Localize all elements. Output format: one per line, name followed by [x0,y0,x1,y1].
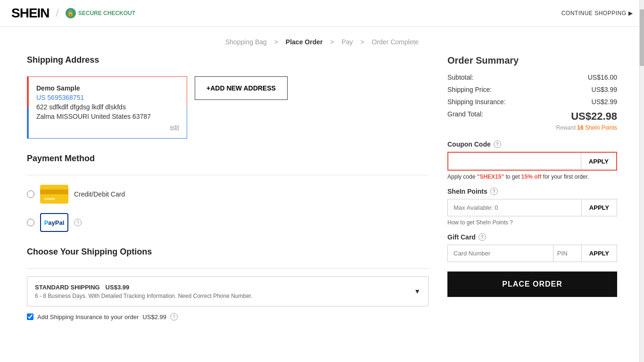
insurance-price: US$2.99 [142,313,166,321]
breadcrumb-step2: Place Order [286,38,323,46]
shein-points-label: SheIn Points ? [447,188,617,195]
shein-points-apply-button[interactable]: APPLY [581,199,617,216]
shipping-address-title: Shipping Address [27,55,429,69]
insurance-help-icon[interactable]: ? [170,313,178,321]
address-street: 622 sdfkdlf dfgdsg lkdlf dlskfds [36,103,179,111]
gift-card-input-row: APPLY [447,245,617,262]
address-edit-link[interactable]: edit [36,124,179,131]
shield-icon: 🔒 [66,8,76,18]
reward-points: 16 [577,124,583,131]
shein-points-input[interactable] [448,199,581,216]
paypal-help-icon[interactable]: ? [74,219,82,226]
credit-card-icon [40,185,68,204]
shipping-option-left: STANDARD SHIPPING US$3.99 6 - 8 Business… [35,283,253,299]
shipping-description: 6 - 8 Business Days. With Detailed Track… [35,293,253,299]
address-name: Demo Sample [36,84,179,92]
gift-card-label: Gift Card ? [447,233,617,241]
shipping-price-value: US$3.99 [592,86,617,93]
reward-row: Reward 16 SheIn Points [447,124,617,131]
shein-points-help-icon[interactable]: ? [490,188,498,195]
payment-method-title: Payment Method [27,154,429,167]
paypal-icon: PayPal [40,213,68,232]
gift-card-number-input[interactable] [448,245,553,262]
left-panel: Shipping Address Demo Sample US 56953687… [27,55,429,332]
scrollbar-thumb[interactable] [640,9,644,66]
credit-card-option[interactable]: Credit/Debit Card [27,185,429,204]
grand-total-label: Grand Total: [447,110,483,123]
header-left: SHEIN / 🔒 SECURE CHECKOUT [11,6,135,21]
secure-checkout-label: SECURE CHECKOUT [78,10,135,16]
add-address-button[interactable]: +ADD NEW ADDRESS [195,76,288,100]
grand-total-value: US$22.98 [571,110,617,123]
coupon-discount: 15% off [521,173,542,180]
subtotal-row: Subtotal: US$16.00 [447,74,617,81]
coupon-label: Coupon Code ? [447,140,617,148]
place-order-button[interactable]: PLACE ORDER [447,272,617,297]
divider-slash: / [56,7,59,19]
main-container: Shipping Address Demo Sample US 56953687… [16,55,628,332]
breadcrumb: Shopping Bag > Place Order > Pay > Order… [0,27,644,55]
breadcrumb-sep1: > [274,38,278,46]
shipping-name: STANDARD SHIPPING [35,284,100,291]
coupon-apply-button[interactable]: APPLY [581,153,616,170]
secure-checkout-badge: 🔒 SECURE CHECKOUT [66,8,135,18]
gift-card-pin-input[interactable] [553,245,582,262]
shipping-address-section: Shipping Address Demo Sample US 56953687… [27,55,429,139]
insurance-row: Add Shipping Insurance to your order US$… [27,313,429,321]
address-card-row: Demo Sample US 5695368751 622 sdfkdlf df… [27,76,429,139]
insurance-cost-label: Shipping Insurance: [447,98,506,106]
shipping-option-box[interactable]: STANDARD SHIPPING US$3.99 6 - 8 Business… [27,276,429,306]
scrollbar[interactable] [639,0,644,332]
address-card: Demo Sample US 5695368751 622 sdfkdlf df… [27,76,187,139]
coupon-code: "SHEX15" [477,173,504,180]
address-city: Zalma MISSOURI United States 63787 [36,113,179,120]
shipping-options-section: Choose Your Shipping Options STANDARD SH… [27,247,429,321]
gift-card-apply-button[interactable]: APPLY [582,245,617,262]
shipping-options-title: Choose Your Shipping Options [27,247,429,261]
payment-method-section: Payment Method Credit/Debit Card PayPal … [27,154,429,232]
shipping-price-label: Shipping Price: [447,86,492,93]
insurance-checkbox[interactable] [27,313,33,320]
breadcrumb-sep3: > [360,38,364,46]
shipping-price: US$3.99 [106,284,130,291]
order-summary-title: Order Summary [447,55,617,66]
coupon-hint: Apply code "SHEX15" to get 15% off for y… [447,173,617,180]
how-to-get-points-link[interactable]: How to get SheIn Points ? [447,219,617,226]
shein-points-input-row: APPLY [447,199,617,216]
insurance-label: Add Shipping Insurance to your order [37,313,139,321]
shein-logo: SHEIN [11,6,50,21]
coupon-help-icon[interactable]: ? [494,140,501,148]
subtotal-label: Subtotal: [447,74,473,81]
header: SHEIN / 🔒 SECURE CHECKOUT CONTINUE SHOPP… [0,0,644,27]
paypal-option[interactable]: PayPal ? [27,213,429,232]
paypal-radio[interactable] [27,219,34,226]
grand-total-row: Grand Total: US$22.98 [447,110,617,123]
reward-shein-points: SheIn Points [585,124,617,131]
shipping-price-row: Shipping Price: US$3.99 [447,86,617,93]
subtotal-value: US$16.00 [588,74,617,81]
breadcrumb-step4: Order Complete [372,38,419,46]
credit-card-radio[interactable] [27,190,34,198]
coupon-input[interactable] [448,153,581,170]
breadcrumb-step3: Pay [341,38,353,46]
insurance-cost-row: Shipping Insurance: US$2.99 [447,98,617,106]
breadcrumb-sep2: > [330,38,334,46]
coupon-section: Coupon Code ? APPLY Apply code "SHEX15" … [447,140,617,180]
gift-card-help-icon[interactable]: ? [479,233,486,241]
gift-card-section: Gift Card ? APPLY [447,233,617,262]
coupon-input-row: APPLY [447,152,617,171]
right-panel: Order Summary Subtotal: US$16.00 Shippin… [447,55,617,332]
address-phone: US 5695368751 [36,94,179,101]
credit-card-label: Credit/Debit Card [74,190,125,198]
breadcrumb-step1[interactable]: Shopping Bag [225,38,267,46]
shein-points-section: SheIn Points ? APPLY How to get SheIn Po… [447,188,617,226]
shipping-dropdown-arrow[interactable]: ▼ [414,288,421,295]
insurance-cost-value: US$2.99 [592,98,617,106]
continue-shopping-link[interactable]: CONTINUE SHOPPING ▶ [561,10,633,16]
